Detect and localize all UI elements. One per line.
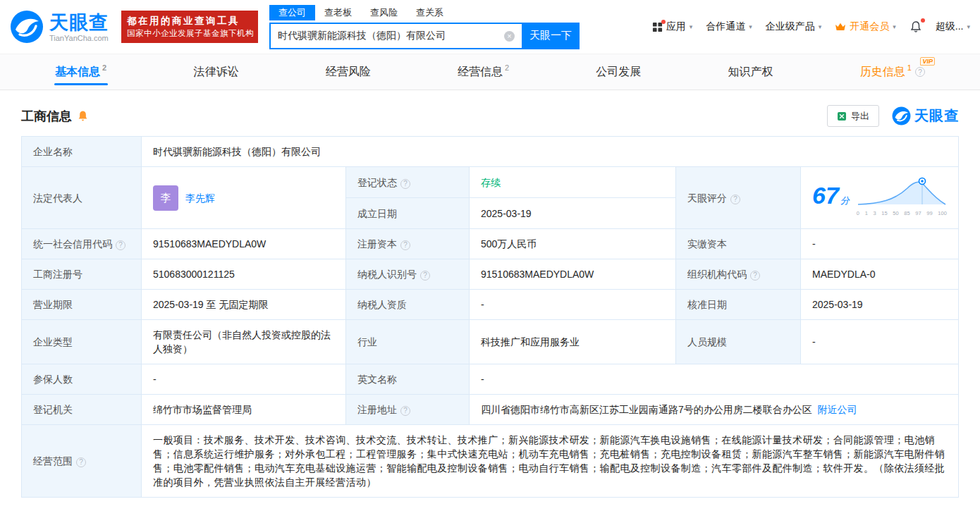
help-icon[interactable]: ? [400, 179, 410, 189]
tab-count-badge: 2 [505, 63, 509, 72]
search-button[interactable]: 天眼一下 [522, 23, 580, 49]
section-head: 工商信息 导出 天眼查 [21, 105, 959, 127]
notification-dot [921, 18, 925, 23]
help-icon[interactable]: ? [116, 240, 125, 250]
industry-label: 行业 [346, 320, 470, 364]
legal-rep-link[interactable]: 李先辉 [185, 191, 215, 205]
top-header: 天眼查 TianYanCha.com 都在用的商业查询工具 国家中小企业发展子基… [0, 0, 980, 54]
english-name-label: 英文名称 [346, 364, 470, 395]
nav-partner-label: 合作通道 [706, 20, 745, 33]
nav-apps[interactable]: 应用 ▾ [652, 20, 693, 33]
chevron-down-icon: ▾ [749, 23, 752, 30]
insured-count-value: - [142, 364, 346, 395]
taxpayer-id-value: 91510683MAEDYDLA0W [470, 259, 676, 290]
paid-capital-label: 实缴资本 [676, 229, 801, 259]
tab-label: 历史信息 [860, 65, 905, 80]
nav-user-label: 超级... [936, 20, 964, 33]
tab-label: 经营风险 [326, 65, 371, 80]
org-code-value: MAEDYDLA-0 [801, 259, 959, 290]
crown-icon [835, 23, 846, 31]
status-badge: 存续 [481, 177, 501, 188]
english-name-value: - [470, 364, 959, 395]
help-icon[interactable]: ? [400, 240, 410, 250]
clear-icon[interactable]: × [504, 31, 515, 42]
top-nav: 应用 ▾ 合作通道 ▾ 企业级产品 ▾ 开通会员 ▾ 超级... ▾ [652, 20, 970, 33]
tab-label: 知识产权 [728, 65, 773, 80]
help-icon[interactable]: ? [750, 271, 760, 281]
search-row: × 天眼一下 [269, 23, 580, 49]
section-head-right: 导出 天眼查 [827, 105, 959, 127]
chevron-down-icon: ▾ [967, 23, 970, 30]
legal-rep-value: 李 李先辉 [142, 167, 346, 229]
tab-history-info[interactable]: VIP 历史信息 1 ? [856, 54, 929, 90]
apps-grid-icon [652, 22, 663, 32]
tianyancha-logo-icon [892, 106, 911, 125]
table-row: 工商注册号 510683000121125 纳税人识别号? 91510683MA… [22, 259, 959, 290]
help-icon[interactable]: ? [400, 406, 410, 416]
nav-enterprise-label: 企业级产品 [766, 20, 815, 33]
tab-count-badge: 2 [102, 63, 106, 72]
company-type-label: 企业类型 [22, 320, 142, 364]
tab-legal-proceedings[interactable]: 法律诉讼 [189, 54, 243, 90]
vip-badge: VIP [920, 57, 935, 66]
tab-business-info[interactable]: 经营信息 2 [453, 54, 513, 90]
export-button[interactable]: 导出 [827, 105, 879, 127]
tianyan-score-cell: 67分 0131550859799100 [801, 167, 959, 229]
tab-label: 公司发展 [596, 65, 641, 80]
table-row: 法定代表人 李 李先辉 登记状态? 存续 天眼评分? 67分 [22, 167, 959, 198]
nav-enterprise[interactable]: 企业级产品 ▾ [766, 20, 822, 33]
slogan-line2: 国家中小企业发展子基金旗下机构 [127, 27, 252, 39]
business-info-table: 企业名称 时代骐骥新能源科技（德阳）有限公司 法定代表人 李 李先辉 登记状态?… [21, 136, 959, 498]
legal-rep-label: 法定代表人 [22, 167, 142, 229]
business-term-label: 营业期限 [22, 290, 142, 320]
table-row: 营业期限 2025-03-19 至 无固定期限 纳税人资质 - 核准日期 202… [22, 290, 959, 320]
taxpayer-qualification-label: 纳税人资质 [346, 290, 470, 320]
export-label: 导出 [851, 110, 869, 123]
search-tabs: 查公司 查老板 查风险 查关系 [269, 5, 580, 21]
nav-partner[interactable]: 合作通道 ▾ [706, 20, 752, 33]
nearby-companies-link[interactable]: 附近公司 [818, 404, 857, 415]
bell-icon [909, 20, 922, 33]
reg-number-value: 510683000121125 [142, 259, 346, 290]
score-value: 67分 [812, 188, 850, 208]
chevron-down-icon: ▾ [893, 23, 896, 30]
tianyancha-logo-icon [10, 10, 44, 44]
help-icon[interactable]: ? [730, 195, 740, 204]
help-icon[interactable]: ? [76, 457, 86, 467]
tab-company-development[interactable]: 公司发展 [592, 54, 645, 90]
staff-size-value: - [801, 320, 959, 364]
help-icon[interactable]: ? [915, 67, 925, 77]
table-row: 统一社会信用代码? 91510683MAEDYDLA0W 注册资本? 500万人… [22, 229, 959, 259]
tab-intellectual-property[interactable]: 知识产权 [724, 54, 778, 90]
approval-date-label: 核准日期 [676, 290, 801, 320]
table-row: 登记机关 绵竹市市场监督管理局 注册地址? 四川省德阳市绵竹市高新区江苏工业园南… [22, 395, 959, 425]
search-tab-company[interactable]: 查公司 [269, 5, 315, 20]
nav-apps-label: 应用 [666, 20, 686, 33]
tianyancha-logo[interactable]: 天眼查 TianYanCha.com [10, 10, 109, 44]
tab-label: 经营信息 [458, 65, 503, 80]
section-title: 工商信息 [21, 108, 72, 125]
nav-notifications[interactable] [909, 20, 922, 33]
search-tab-risk[interactable]: 查风险 [361, 5, 407, 20]
tab-basic-info[interactable]: 基本信息 2 [51, 54, 111, 90]
brand-domain: TianYanCha.com [49, 34, 109, 42]
section-tab-bar: 基本信息 2 法律诉讼 经营风险 经营信息 2 公司发展 知识产权 VIP 历史… [0, 54, 980, 90]
search-tab-boss[interactable]: 查老板 [315, 5, 361, 20]
nav-vip[interactable]: 开通会员 ▾ [835, 20, 896, 33]
tab-operating-risk[interactable]: 经营风险 [321, 54, 375, 90]
help-icon[interactable]: ? [420, 271, 430, 281]
score-distribution-chart: 0131550859799100 [857, 175, 947, 221]
established-label: 成立日期 [346, 198, 470, 229]
search-block: 查公司 查老板 查风险 查关系 × 天眼一下 [269, 5, 580, 49]
reg-status-value: 存续 [470, 167, 676, 198]
legal-rep-avatar[interactable]: 李 [153, 185, 178, 211]
search-tab-relation[interactable]: 查关系 [407, 5, 453, 20]
search-input[interactable] [269, 23, 522, 49]
business-scope-label: 经营范围? [22, 425, 142, 498]
table-row: 企业名称 时代骐骥新能源科技（德阳）有限公司 [22, 137, 959, 167]
nav-user[interactable]: 超级... ▾ [936, 20, 970, 33]
subscribe-bell-icon[interactable] [77, 110, 89, 122]
reg-capital-value: 500万人民币 [470, 229, 676, 259]
company-name-value: 时代骐骥新能源科技（德阳）有限公司 [142, 137, 959, 167]
address-value: 四川省德阳市绵竹市高新区江苏工业园南通路7号的办公用房二楼联合办公区 附近公司 [470, 395, 959, 425]
